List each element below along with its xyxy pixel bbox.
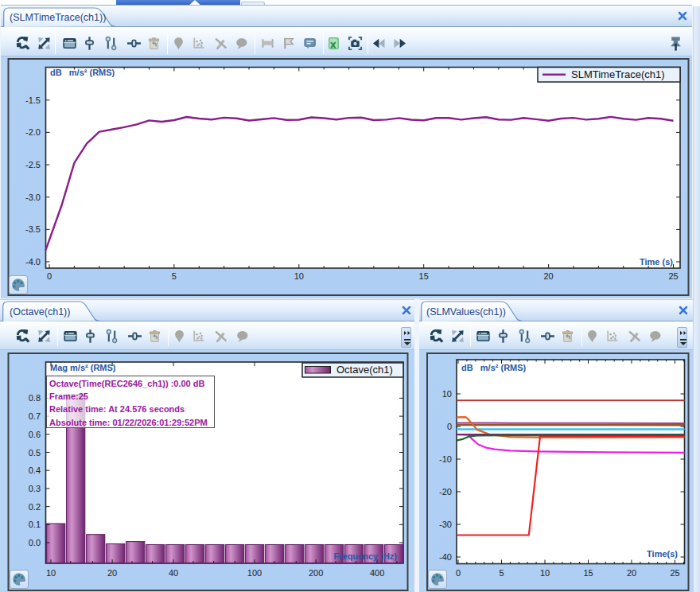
svg-text:5: 5 — [172, 271, 177, 281]
svg-text:5: 5 — [499, 568, 504, 578]
svg-text:0.0: 0.0 — [29, 538, 41, 547]
svg-text:20: 20 — [107, 568, 117, 578]
svg-text:0: 0 — [47, 271, 52, 281]
svg-text:0.7: 0.7 — [29, 411, 41, 421]
svg-text:-2.5: -2.5 — [25, 160, 41, 169]
svg-text:40: 40 — [169, 568, 178, 578]
svg-text:-1.5: -1.5 — [25, 95, 41, 105]
svg-text:Time (s): Time (s) — [640, 257, 673, 267]
svg-text:10: 10 — [46, 568, 56, 578]
svg-text:(SLMValues(ch1)): (SLMValues(ch1)) — [426, 306, 506, 317]
svg-text:0.6: 0.6 — [29, 430, 41, 439]
svg-text:400: 400 — [370, 568, 384, 578]
svg-text:10: 10 — [540, 568, 550, 578]
svg-text:100: 100 — [247, 568, 262, 578]
svg-text:0.3: 0.3 — [29, 484, 41, 493]
svg-text:-10: -10 — [439, 454, 452, 464]
svg-text:-3.0: -3.0 — [25, 193, 41, 202]
svg-text:0.2: 0.2 — [29, 502, 41, 512]
svg-text:0.1: 0.1 — [29, 520, 41, 529]
svg-text:Mag m/s² (RMS): Mag m/s² (RMS) — [50, 363, 116, 372]
svg-text:20: 20 — [543, 271, 553, 281]
svg-text:0: 0 — [456, 568, 461, 578]
svg-text:(SLMTimeTrace(ch1)): (SLMTimeTrace(ch1)) — [10, 12, 106, 23]
svg-text:-20: -20 — [439, 487, 452, 497]
svg-text:25: 25 — [670, 568, 679, 578]
svg-text:-40: -40 — [439, 552, 452, 562]
svg-text:-2.0: -2.0 — [25, 127, 41, 137]
svg-text:Frequency (Hz): Frequency (Hz) — [334, 551, 398, 561]
svg-text:dB m/s² (RMS): dB m/s² (RMS) — [50, 68, 115, 77]
svg-text:-4.0: -4.0 — [25, 257, 41, 267]
svg-text:-30: -30 — [439, 520, 452, 529]
svg-text:10: 10 — [294, 271, 304, 281]
svg-text:0.5: 0.5 — [29, 448, 41, 458]
svg-text:0.8: 0.8 — [29, 393, 41, 403]
svg-text:-3.5: -3.5 — [25, 224, 41, 234]
svg-text:15: 15 — [419, 271, 429, 281]
svg-text:(Octave(ch1)): (Octave(ch1)) — [10, 306, 70, 317]
svg-text:200: 200 — [309, 568, 323, 578]
svg-text:0.4: 0.4 — [29, 465, 41, 475]
svg-text:10: 10 — [442, 389, 452, 399]
svg-text:20: 20 — [627, 568, 636, 578]
svg-text:dB m/s² (RMS): dB m/s² (RMS) — [461, 363, 527, 372]
svg-text:25: 25 — [668, 271, 678, 281]
svg-text:15: 15 — [583, 568, 593, 578]
svg-text:Octave(ch1): Octave(ch1) — [336, 364, 393, 376]
svg-text:SLMTimeTrace(ch1): SLMTimeTrace(ch1) — [571, 68, 665, 80]
svg-text:0: 0 — [447, 422, 452, 431]
svg-text:Time(s): Time(s) — [647, 549, 678, 559]
